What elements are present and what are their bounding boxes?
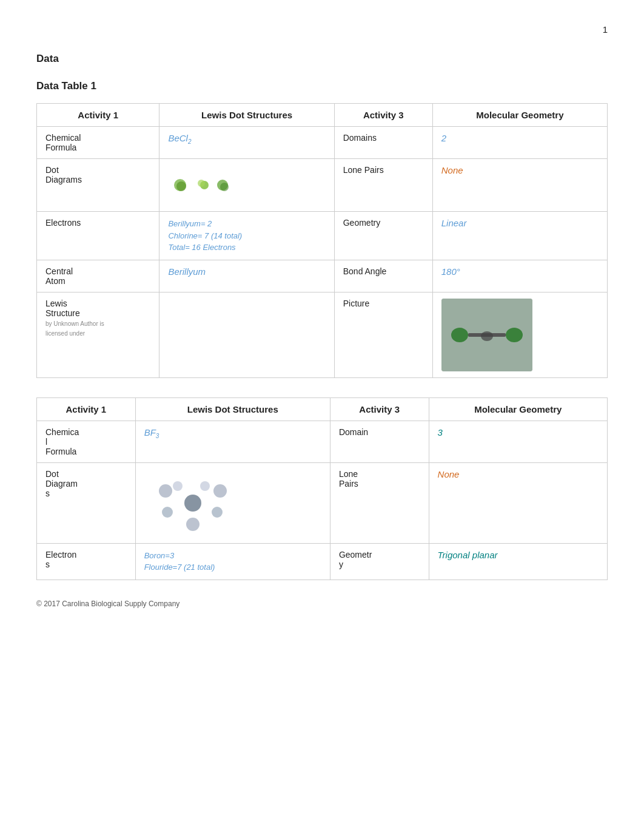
cell-dot-diagram (159, 159, 334, 212)
t2-cell-label-lone-pairs: LonePairs (330, 462, 429, 543)
cell-value-central-atom: Berillyum (159, 260, 334, 292)
cell-label-dot: DotDiagrams (37, 159, 159, 212)
table-row: CentralAtom Berillyum Bond Angle 180° (37, 260, 608, 292)
svg-point-15 (162, 507, 173, 518)
page-number: 1 (36, 24, 608, 35)
cell-value-picture (432, 292, 607, 377)
col1-header: Activity 1 (37, 104, 159, 127)
cell-label-geometry: Geometry (334, 212, 432, 260)
t2-col1-header: Activity 1 (37, 397, 136, 421)
table-title: Data Table 1 (36, 80, 608, 92)
cell-label: ChemicalFormula (37, 127, 159, 159)
t2-col2-header: Lewis Dot Structures (135, 397, 330, 421)
col4-header: Molecular Geometry (432, 104, 607, 127)
svg-point-11 (184, 495, 201, 512)
svg-point-7 (451, 328, 468, 342)
data-table-2: Activity 1 Lewis Dot Structures Activity… (36, 397, 608, 580)
svg-point-3 (198, 180, 205, 187)
cell-value-electrons: Berillyum= 2 Chlorine= 7 (14 total) Tota… (159, 212, 334, 260)
cell-label-lewis-structure: LewisStructure by Unknown Author islicen… (37, 292, 159, 377)
t2-cell-value-electrons: Boron=3 Flouride=7 (21 total) (135, 543, 330, 580)
table-row: DotDiagrams Lone Pairs None (37, 159, 608, 212)
cell-value-lewis-structure (159, 292, 334, 377)
table-row: DotDiagrams LonePairs (37, 462, 608, 543)
section-title: Data (36, 53, 608, 65)
cell-value-geometry: Linear (432, 212, 607, 260)
svg-point-9 (506, 328, 523, 342)
table-row: ChemicalFormula BF3 Domain 3 (37, 421, 608, 462)
col3-header: Activity 3 (334, 104, 432, 127)
t2-col3-header: Activity 3 (330, 397, 429, 421)
table-row: Electrons Berillyum= 2 Chlorine= 7 (14 t… (37, 212, 608, 260)
t2-col4-header: Molecular Geometry (429, 397, 607, 421)
svg-point-10 (481, 331, 493, 341)
svg-point-5 (220, 183, 229, 191)
svg-point-16 (212, 507, 223, 518)
cell-value-domains: 2 (432, 127, 607, 159)
cell-label-central-atom: CentralAtom (37, 260, 159, 292)
t2-cell-value-lone-pairs: None (429, 462, 607, 543)
svg-point-13 (213, 484, 227, 498)
t2-cell-dot-diagram (135, 462, 330, 543)
t2-cell-value-domain: 3 (429, 421, 607, 462)
footer-copyright: © 2017 Carolina Biological Supply Compan… (36, 600, 608, 608)
table-row: ChemicalFormula BeCl2 Domains 2 (37, 127, 608, 159)
cell-label-electrons: Electrons (37, 212, 159, 260)
t2-cell-label-dot: DotDiagrams (37, 462, 136, 543)
cell-value-formula: BeCl2 (159, 127, 334, 159)
cell-value-bond-angle: 180° (432, 260, 607, 292)
cell-label-bond-angle: Bond Angle (334, 260, 432, 292)
cell-label-picture: Picture (334, 292, 432, 377)
t2-cell-label-geometry: Geometry (330, 543, 429, 580)
attribution-text: by Unknown Author islicensed under (45, 320, 104, 337)
cell-label-lone-pairs: Lone Pairs (334, 159, 432, 212)
svg-point-14 (186, 518, 200, 531)
table-row: Electrons Boron=3 Flouride=7 (21 total) … (37, 543, 608, 580)
svg-point-17 (173, 481, 183, 491)
t2-cell-label-electrons: Electrons (37, 543, 136, 580)
t2-cell-label-domain: Domain (330, 421, 429, 462)
t2-cell-label-formula: ChemicalFormula (37, 421, 136, 462)
t2-cell-value-formula: BF3 (135, 421, 330, 462)
molecule-picture (441, 299, 532, 371)
cell-label-domains: Domains (334, 127, 432, 159)
svg-point-12 (159, 484, 172, 498)
data-table-1: Activity 1 Lewis Dot Structures Activity… (36, 103, 608, 378)
table-row: LewisStructure by Unknown Author islicen… (37, 292, 608, 377)
t2-cell-value-geometry: Trigonal planar (429, 543, 607, 580)
svg-point-1 (176, 181, 186, 191)
cell-value-lone-pairs: None (432, 159, 607, 212)
col2-header: Lewis Dot Structures (159, 104, 334, 127)
svg-point-18 (200, 481, 210, 491)
